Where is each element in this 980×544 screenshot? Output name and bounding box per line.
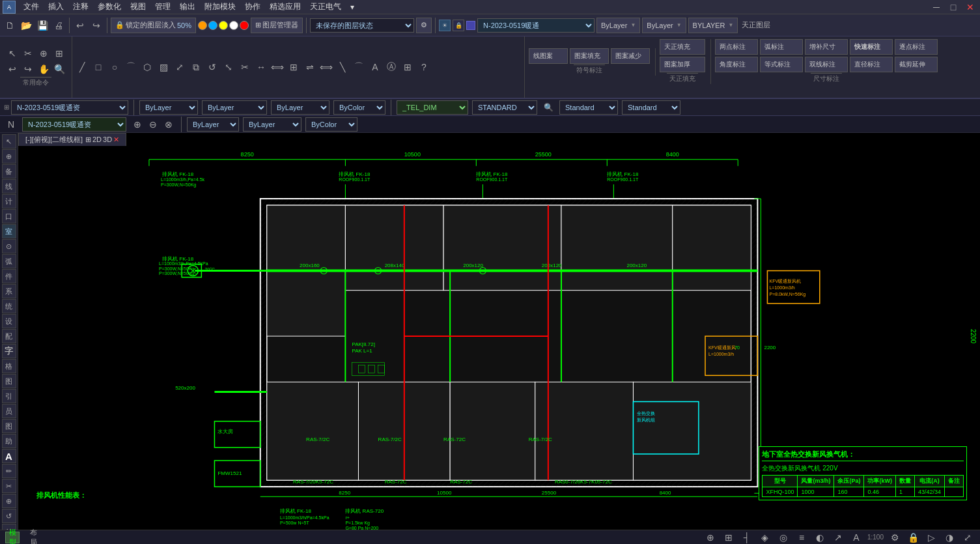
layer-lock-btn[interactable]: 🔒 锁定的图层淡入 50% [111, 18, 196, 33]
tool-8[interactable]: 🔍 [52, 62, 66, 76]
prop2-layer-select[interactable]: N-2023-0519暖通资 [22, 117, 126, 132]
modify-copy[interactable]: ⧉ [189, 60, 203, 74]
menu-manage[interactable]: 管理 [151, 0, 175, 14]
left-btn-config[interactable]: 配 [2, 329, 16, 343]
two-point-dim-btn[interactable]: 两点标注 [715, 39, 758, 55]
status-grid[interactable]: ⊞ [721, 530, 736, 545]
status-object-snap[interactable]: ◎ [776, 530, 791, 545]
layout-tab[interactable]: 布局 [26, 532, 40, 543]
tz-fill-btn[interactable]: 天正填充 [660, 39, 705, 55]
status-transparency[interactable]: ◐ [813, 530, 827, 545]
dbl-line-dim-btn[interactable]: 双线标注 [805, 57, 848, 72]
menu-featured[interactable]: 精选应用 [266, 0, 305, 14]
menu-insert[interactable]: 插入 [44, 0, 68, 14]
eq-dim-btn[interactable]: 等式标注 [760, 57, 803, 72]
menu-more[interactable]: ▾ [346, 1, 358, 13]
prop2-btn-2[interactable]: ⊖ [146, 117, 160, 132]
menu-addons[interactable]: 附加模块 [201, 0, 240, 14]
save-btn[interactable]: 💾 [35, 18, 49, 33]
left-btn-zoom[interactable]: ⊕ [2, 149, 16, 164]
left-btn-text-a[interactable]: A [2, 449, 16, 463]
dim-linear[interactable]: ⟺ [319, 60, 333, 74]
bylayer-1-btn[interactable]: ByLayer [596, 18, 640, 33]
modify-trim[interactable]: ✂ [238, 60, 252, 74]
drawing-area[interactable]: [-][俯视][二维线框] ⊞ 2D 3D ✕ 8250 10500 25 [18, 133, 980, 539]
menu-view[interactable]: 视图 [126, 0, 150, 14]
prop-linetype2-select[interactable]: ByLayer [271, 100, 329, 115]
left-btn-help[interactable]: 助 [2, 434, 16, 448]
vp-icon-2d[interactable]: 2D [92, 136, 102, 144]
menu-file[interactable]: 文件 [20, 0, 43, 14]
left-btn-plus[interactable]: ⊕ [2, 494, 16, 508]
left-btn-backup[interactable]: 备 [2, 164, 16, 179]
tool-4[interactable]: ⊞ [52, 46, 66, 61]
vp-icon-close[interactable]: ✕ [113, 136, 119, 144]
vp-icon-3d[interactable]: 3D [103, 136, 112, 144]
left-btn-scissors[interactable]: ✂ [2, 479, 16, 493]
minimize-btn[interactable]: ─ [929, 0, 944, 14]
left-btn-map[interactable]: 图 [2, 419, 16, 433]
prop-linetype-select[interactable]: ByLayer [202, 100, 267, 115]
left-btn-rotate[interactable]: ↺ [2, 509, 16, 523]
left-btn-calc[interactable]: 计 [2, 194, 16, 208]
left-btn-lead[interactable]: 引 [2, 389, 16, 403]
menu-collaborate[interactable]: 协作 [241, 0, 264, 14]
modify-rotate[interactable]: ↺ [205, 60, 219, 74]
status-hardware[interactable]: ▷ [924, 530, 938, 545]
table[interactable]: ⊞ [400, 60, 415, 74]
fill-reduce-btn[interactable]: 图案减少 [611, 48, 650, 64]
layer-state-select[interactable]: 未保存的图层状态 [310, 18, 414, 33]
left-btn-component[interactable]: 件 [2, 269, 16, 283]
left-btn-pencil[interactable]: ✏ [2, 464, 16, 478]
left-btn-text[interactable]: 字 [2, 344, 16, 358]
status-clean-screen[interactable]: ⤢ [960, 530, 975, 545]
left-btn-system[interactable]: 系 [2, 284, 16, 298]
left-btn-member[interactable]: 员 [2, 404, 16, 418]
prop2-bycolor-select[interactable]: ByColor [305, 117, 357, 132]
prop-color-select[interactable]: ByLayer [139, 100, 198, 115]
prop-search-icon[interactable]: 🔍 [541, 100, 555, 115]
draw-line[interactable]: ╱ [75, 60, 89, 74]
style-select-2[interactable]: Standard [622, 100, 680, 115]
redo-btn[interactable]: ↪ [89, 18, 104, 33]
status-lock[interactable]: 🔒 [906, 530, 920, 545]
modify-extend[interactable]: ↔ [254, 60, 268, 74]
undo-btn[interactable]: ↩ [73, 18, 87, 33]
print-btn[interactable]: 🖨 [51, 18, 66, 33]
layer-state-btn[interactable]: ⚙ [416, 18, 432, 33]
tool-3[interactable]: ⊕ [36, 46, 51, 61]
text-single[interactable]: Ⓐ [384, 60, 399, 74]
fast-dim-btn[interactable]: 快速标注 [850, 39, 893, 55]
vp-icon-grid[interactable]: ⊞ [85, 136, 91, 144]
maximize-btn[interactable]: □ [946, 0, 960, 14]
left-btn-move[interactable]: ↖ [2, 134, 16, 149]
arc-dim-btn[interactable]: 弧标注 [760, 39, 803, 55]
add-dim-btn[interactable]: 增补尺寸 [805, 39, 848, 55]
prop2-bylayer-select-1[interactable]: ByLayer [187, 117, 239, 132]
layer-manager-btn[interactable]: ⊞ 图层管理器 [251, 18, 303, 33]
tool-2[interactable]: ✂ [21, 46, 35, 61]
new-btn[interactable]: 🗋 [3, 18, 17, 33]
standard-select-1[interactable]: STANDARD [472, 100, 537, 115]
prop2-bylayer-select-2[interactable]: ByLayer [243, 117, 301, 132]
menu-tzelectric[interactable]: 天正电气 [306, 0, 345, 14]
point-dim-btn[interactable]: 逐点标注 [895, 39, 938, 55]
left-btn-diagram[interactable]: 图 [2, 374, 16, 388]
status-snap[interactable]: ⊕ [703, 530, 718, 545]
modify-offset[interactable]: ⟺ [270, 60, 285, 74]
diam-dim-btn[interactable]: 直径标注 [850, 57, 893, 72]
viewport-tab-active[interactable]: [-][俯视][二维线框] ⊞ 2D 3D ✕ [18, 133, 126, 146]
bylayer-3-btn[interactable]: BYLAYER [688, 18, 738, 33]
tool-6[interactable]: ↪ [21, 62, 35, 76]
status-lineweight[interactable]: ≡ [794, 530, 809, 545]
left-btn-circle[interactable]: ⊙ [2, 239, 16, 253]
close-btn[interactable]: ✕ [963, 0, 977, 14]
left-btn-room[interactable]: 室 [2, 224, 16, 238]
status-selection[interactable]: ↗ [831, 530, 845, 545]
dim-align[interactable]: ╲ [335, 60, 350, 74]
draw-hatch[interactable]: ▨ [156, 60, 171, 74]
modify-scale[interactable]: ⤡ [221, 60, 236, 74]
menu-annotate[interactable]: 注释 [69, 0, 92, 14]
tool-7[interactable]: ✋ [36, 62, 51, 76]
modify-mirror[interactable]: ⇌ [303, 60, 317, 74]
